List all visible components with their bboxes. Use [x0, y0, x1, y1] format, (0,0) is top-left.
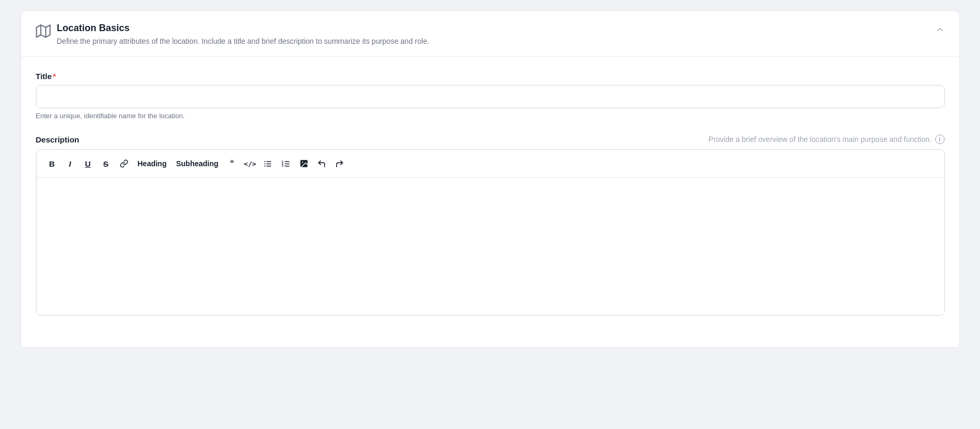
collapse-button[interactable]: [935, 25, 945, 36]
description-header: Description Provide a brief overview of …: [36, 135, 945, 144]
strikethrough-button[interactable]: S: [98, 155, 115, 172]
svg-text:3.: 3.: [282, 165, 284, 167]
description-editor: B I U S: [36, 149, 945, 316]
card-header-left: Location Basics Define the primary attri…: [36, 23, 430, 47]
description-label: Description: [36, 135, 80, 144]
redo-button[interactable]: [331, 155, 348, 172]
bullet-list-button[interactable]: [260, 155, 277, 172]
description-hint: Provide a brief overview of the location…: [709, 135, 945, 144]
card-header: Location Basics Define the primary attri…: [21, 11, 959, 57]
description-field-group: Description Provide a brief overview of …: [36, 135, 945, 316]
card-body: Title* Enter a unique, identifiable name…: [21, 57, 959, 347]
card-title: Location Basics: [57, 23, 430, 34]
svg-point-7: [264, 163, 265, 164]
blockquote-button[interactable]: “: [224, 155, 241, 172]
map-icon: [36, 24, 51, 41]
code-button[interactable]: </>: [242, 155, 259, 172]
italic-button[interactable]: I: [62, 155, 79, 172]
image-button[interactable]: [296, 155, 312, 172]
title-input[interactable]: [36, 85, 945, 108]
svg-marker-0: [36, 25, 50, 37]
subheading-button[interactable]: Subheading: [172, 155, 223, 172]
description-content-area[interactable]: [36, 178, 944, 315]
card-header-text: Location Basics Define the primary attri…: [57, 23, 430, 47]
editor-toolbar: B I U S: [36, 150, 944, 178]
title-field-group: Title* Enter a unique, identifiable name…: [36, 72, 945, 120]
svg-point-16: [302, 161, 303, 163]
heading-button[interactable]: Heading: [134, 155, 171, 172]
svg-point-8: [264, 165, 265, 166]
title-hint: Enter a unique, identifiable name for th…: [36, 112, 945, 120]
underline-button[interactable]: U: [80, 155, 97, 172]
ordered-list-button[interactable]: 1. 2. 3.: [278, 155, 294, 172]
card-description: Define the primary attributes of the loc…: [57, 36, 430, 47]
bold-button[interactable]: B: [44, 155, 61, 172]
location-basics-card: Location Basics Define the primary attri…: [21, 11, 960, 348]
undo-button[interactable]: [313, 155, 330, 172]
link-button[interactable]: [116, 155, 132, 172]
title-label: Title*: [36, 72, 945, 81]
info-icon[interactable]: i: [935, 135, 945, 144]
required-indicator: *: [53, 72, 56, 81]
svg-point-6: [264, 161, 265, 162]
